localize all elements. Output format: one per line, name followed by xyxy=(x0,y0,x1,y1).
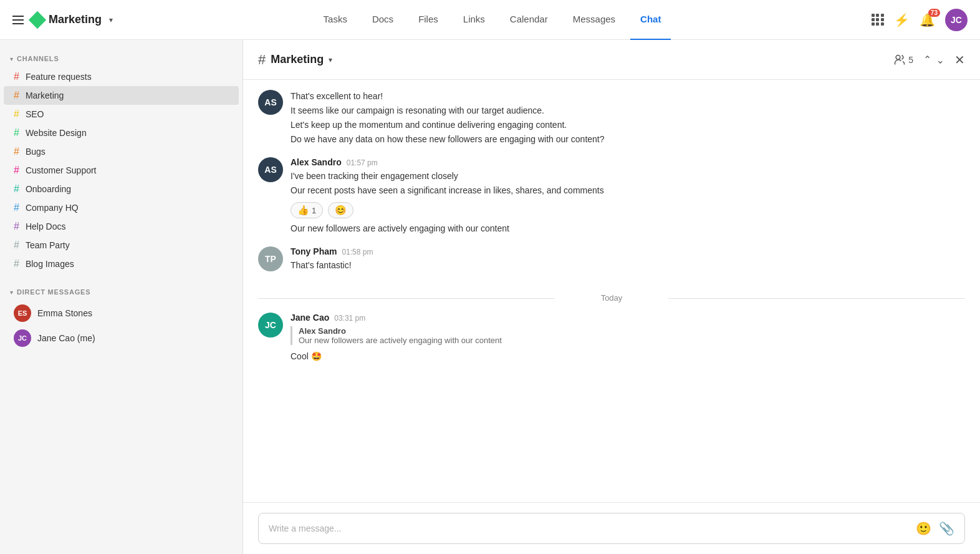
dm-label: DIRECT MESSAGES xyxy=(17,288,90,296)
sidebar-item-customer-support[interactable]: # Customer Support xyxy=(4,161,239,180)
message-avatar: TP xyxy=(258,246,283,271)
bolt-icon[interactable]: ⚡ xyxy=(894,12,910,27)
message-group: JC Jane Cao 03:31 pm Alex Sandro Our new… xyxy=(258,313,965,364)
hash-icon: # xyxy=(14,258,19,270)
tab-calendar[interactable]: Calendar xyxy=(500,0,558,40)
message-author: Alex Sandro xyxy=(291,157,342,167)
close-button[interactable]: ✕ xyxy=(954,52,965,67)
date-divider: Today xyxy=(258,293,965,303)
tab-messages[interactable]: Messages xyxy=(563,0,625,40)
thumbs-up-emoji: 👍 xyxy=(297,205,309,216)
message-author: Tony Pham xyxy=(291,246,337,256)
channel-name: Help Docs xyxy=(26,221,66,231)
messages-container: AS That's excellent to hear! It seems li… xyxy=(243,80,980,502)
nav-down-arrow[interactable]: ⌃ xyxy=(936,54,944,66)
chat-channel-name: Marketing xyxy=(271,53,324,66)
chat-channel-chevron[interactable]: ▾ xyxy=(329,56,332,64)
channels-collapse-icon[interactable]: ▾ xyxy=(10,56,13,62)
reaction-smile[interactable]: 😊 xyxy=(328,202,353,218)
sidebar-item-blog-images[interactable]: # Blog Images xyxy=(4,255,239,273)
sidebar-item-marketing[interactable]: # Marketing xyxy=(4,86,239,105)
message-text: Do we have any data on how these new fol… xyxy=(291,133,965,146)
message-time: 01:58 pm xyxy=(342,248,373,256)
quote-text: Our new followers are actively engaging … xyxy=(299,336,965,345)
user-avatar[interactable]: JC xyxy=(945,9,968,31)
sidebar: ▾ CHANNELS # Feature requests # Marketin… xyxy=(0,40,243,554)
hash-icon: # xyxy=(14,127,19,138)
dm-section: ▾ DIRECT MESSAGES ES Emma Stones JC Jane… xyxy=(0,283,243,351)
sidebar-item-bugs[interactable]: # Bugs xyxy=(4,142,239,161)
message-input[interactable] xyxy=(269,523,908,533)
hash-icon: # xyxy=(14,221,19,232)
hash-icon: # xyxy=(14,240,19,251)
chat-header: # Marketing ▾ 5 ⌃ ⌃ ✕ xyxy=(243,40,980,80)
reaction-thumbs-up[interactable]: 👍 1 xyxy=(291,202,323,218)
emoji-button[interactable]: 🙂 xyxy=(916,521,931,536)
channels-label: CHANNELS xyxy=(17,55,59,62)
sidebar-item-company-hq[interactable]: # Company HQ xyxy=(4,198,239,217)
message-content: Jane Cao 03:31 pm Alex Sandro Our new fo… xyxy=(291,313,965,364)
attach-button[interactable]: 📎 xyxy=(939,521,954,536)
message-time: 03:31 pm xyxy=(334,314,365,323)
channel-name: Onboarding xyxy=(26,184,71,194)
smile-emoji: 😊 xyxy=(335,205,347,216)
hash-icon: # xyxy=(14,109,19,120)
channel-name: Bugs xyxy=(26,147,46,157)
channel-name: Blog Images xyxy=(26,259,74,269)
tab-docs[interactable]: Docs xyxy=(362,0,403,40)
message-input-area: 🙂 📎 xyxy=(243,502,980,554)
reaction-count: 1 xyxy=(312,206,316,215)
svg-point-0 xyxy=(896,55,900,59)
message-avatar: JC xyxy=(258,313,283,338)
members-button[interactable]: 5 xyxy=(893,54,913,66)
dm-item-emma-stones[interactable]: ES Emma Stones xyxy=(4,301,239,326)
sidebar-item-website-design[interactable]: # Website Design xyxy=(4,124,239,142)
channel-name: Website Design xyxy=(26,128,87,138)
message-text: I've been tracking their engagement clos… xyxy=(291,170,965,183)
message-text: Let's keep up the momentum and continue … xyxy=(291,119,965,132)
message-text: That's excellent to hear! xyxy=(291,90,965,103)
workspace-chevron: ▾ xyxy=(109,16,113,24)
top-nav: Marketing ▾ Tasks Docs Files Links Calen… xyxy=(0,0,980,40)
tab-tasks[interactable]: Tasks xyxy=(314,0,357,40)
chat-hash-icon: # xyxy=(258,52,266,68)
sidebar-item-onboarding[interactable]: # Onboarding xyxy=(4,180,239,198)
sidebar-item-help-docs[interactable]: # Help Docs xyxy=(4,217,239,236)
nav-up-arrow[interactable]: ⌃ xyxy=(923,54,931,66)
grid-icon[interactable] xyxy=(872,14,884,26)
dm-avatar-jane: JC xyxy=(14,329,31,347)
sidebar-item-feature-requests[interactable]: # Feature requests xyxy=(4,67,239,86)
nav-tabs: Tasks Docs Files Links Calendar Messages… xyxy=(314,0,671,40)
dm-avatar-emma: ES xyxy=(14,304,31,322)
chat-header-right: 5 ⌃ ⌃ ✕ xyxy=(893,52,965,67)
dm-section-header: ▾ DIRECT MESSAGES xyxy=(0,283,243,301)
channel-name: Feature requests xyxy=(26,72,92,82)
tab-files[interactable]: Files xyxy=(408,0,448,40)
sidebar-item-team-party[interactable]: # Team Party xyxy=(4,236,239,255)
message-text: It seems like our campaign is resonating… xyxy=(291,104,965,117)
tab-links[interactable]: Links xyxy=(453,0,495,40)
sidebar-item-seo[interactable]: # SEO xyxy=(4,105,239,124)
workspace-name: Marketing xyxy=(49,13,102,26)
hash-icon: # xyxy=(14,146,19,157)
message-group: TP Tony Pham 01:58 pm That's fantastic! xyxy=(258,246,965,273)
hamburger-menu[interactable] xyxy=(12,16,24,24)
dm-item-jane-cao[interactable]: JC Jane Cao (me) xyxy=(4,326,239,351)
message-content: Tony Pham 01:58 pm That's fantastic! xyxy=(291,246,965,273)
notifications[interactable]: 🔔 73 xyxy=(920,12,935,27)
hash-icon: # xyxy=(14,71,19,82)
message-text: Cool 🤩 xyxy=(291,350,965,363)
message-group: AS That's excellent to hear! It seems li… xyxy=(258,90,965,147)
message-text: That's fantastic! xyxy=(291,259,965,272)
message-avatar: AS xyxy=(258,90,283,115)
dm-name: Jane Cao (me) xyxy=(37,333,95,343)
message-header: Jane Cao 03:31 pm xyxy=(291,313,965,323)
message-author: Jane Cao xyxy=(291,313,329,323)
workspace-selector[interactable]: Marketing ▾ xyxy=(31,13,113,26)
chat-area: # Marketing ▾ 5 ⌃ ⌃ ✕ xyxy=(243,40,980,554)
tab-chat[interactable]: Chat xyxy=(630,0,671,40)
channel-name: SEO xyxy=(26,109,44,119)
hash-icon: # xyxy=(14,183,19,195)
dm-collapse-icon[interactable]: ▾ xyxy=(10,289,13,296)
message-group: AS Alex Sandro 01:57 pm I've been tracki… xyxy=(258,157,965,236)
